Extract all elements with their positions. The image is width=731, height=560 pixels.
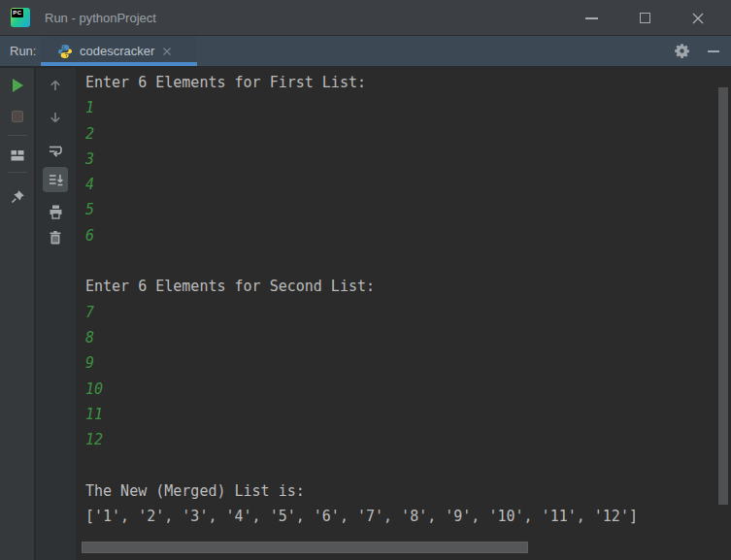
console-line: Enter 6 Elements for First List: — [85, 70, 731, 95]
pycharm-logo-icon: PC — [11, 8, 30, 27]
console-line: 5 — [85, 197, 731, 222]
up-stack-trace-button[interactable] — [43, 73, 68, 98]
soft-wrap-button[interactable] — [43, 138, 68, 163]
console-line: 3 — [85, 147, 731, 172]
run-toolbar-left — [0, 68, 35, 560]
toolbar-separator — [8, 135, 27, 136]
pycharm-logo-text: PC — [12, 9, 23, 17]
scroll-to-end-icon — [48, 172, 64, 188]
pin-tab-button[interactable] — [4, 182, 31, 210]
maximize-icon — [640, 13, 650, 23]
arrow-up-icon — [48, 78, 63, 93]
console-line: 10 — [85, 377, 731, 402]
console-line: 11 — [85, 402, 731, 427]
title-bar: PC Run - pythonProject — [0, 0, 731, 36]
console-line: 6 — [85, 223, 731, 248]
vertical-scrollbar-thumb[interactable] — [718, 87, 728, 505]
console-output: Enter 6 Elements for First List:123456 E… — [76, 68, 731, 560]
hide-icon — [708, 50, 719, 52]
clear-all-button[interactable] — [43, 225, 68, 250]
settings-gear-button[interactable] — [674, 43, 690, 59]
tab-label: codescracker — [80, 44, 154, 58]
console-line: Enter 6 Elements for Second List: — [85, 274, 731, 299]
tab-codescracker[interactable]: codescracker — [41, 36, 197, 66]
stop-button[interactable] — [4, 103, 31, 130]
console-line: 2 — [85, 121, 731, 147]
layout-icon — [10, 148, 25, 163]
close-icon — [691, 12, 705, 25]
scroll-to-end-button[interactable] — [43, 167, 68, 192]
console-toolbar — [36, 68, 76, 560]
print-button[interactable] — [43, 199, 68, 224]
close-icon — [162, 47, 172, 56]
console-line: 12 — [85, 427, 731, 452]
close-button[interactable] — [684, 5, 712, 32]
console-line: 8 — [85, 325, 731, 350]
arrow-down-icon — [48, 110, 63, 125]
hide-toolwindow-button[interactable] — [708, 50, 719, 52]
console-line: 7 — [85, 300, 731, 325]
tab-active-underline — [41, 62, 197, 66]
maximize-button[interactable] — [631, 5, 658, 32]
soft-wrap-icon — [48, 143, 64, 159]
console-line: The New (Merged) List is: — [85, 478, 731, 504]
rerun-button[interactable] — [4, 72, 31, 99]
minimize-icon — [585, 17, 598, 19]
stop-icon — [12, 111, 23, 122]
console-line: ['1', '2', '3', '4', '5', '6', '7', '8',… — [85, 504, 731, 529]
console-line: 1 — [85, 95, 731, 120]
tab-close-button[interactable] — [161, 46, 173, 57]
console-line: 4 — [85, 172, 731, 197]
down-stack-trace-button[interactable] — [43, 105, 68, 130]
toolbar-separator — [8, 172, 27, 173]
gear-icon — [674, 43, 690, 59]
window-title: Run - pythonProject — [45, 11, 156, 25]
pycharm-run-window: PC Run - pythonProject Run: codescracker — [0, 0, 731, 560]
printer-icon — [48, 204, 64, 220]
runbar-right-actions — [674, 36, 719, 66]
run-play-icon — [13, 79, 23, 92]
window-controls — [578, 0, 725, 36]
console-line — [85, 248, 731, 274]
minimize-button[interactable] — [578, 5, 605, 32]
console-line: 9 — [85, 350, 731, 376]
pin-icon — [10, 188, 26, 205]
console-line — [85, 452, 731, 478]
python-icon — [57, 44, 73, 59]
run-toolwindow-header: Run: codescracker — [0, 36, 731, 68]
run-label: Run: — [10, 44, 36, 58]
restore-layout-button[interactable] — [4, 142, 31, 169]
horizontal-scrollbar-thumb[interactable] — [82, 542, 528, 553]
trash-icon — [48, 230, 63, 246]
run-toolwindow-body: Enter 6 Elements for First List:123456 E… — [0, 68, 731, 560]
